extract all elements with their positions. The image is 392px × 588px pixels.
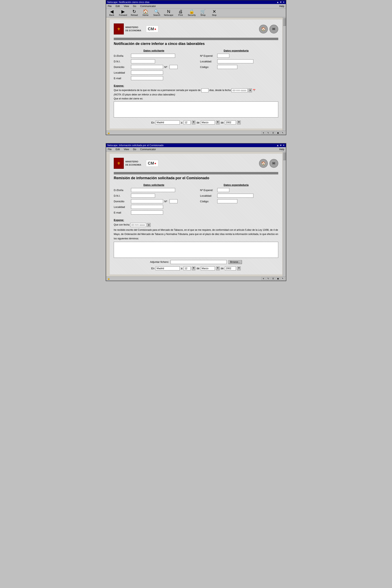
menu-go-2[interactable]: Go (132, 148, 137, 151)
expone-note-1: (NOTA: El plazo debe ser inferior a cinc… (114, 93, 278, 96)
menu-help-1[interactable]: Help (278, 4, 285, 8)
menu-help-2[interactable]: Help (278, 148, 285, 151)
menu-go-1[interactable]: Go (132, 4, 137, 8)
menu-communicator-1[interactable]: Communicator (140, 4, 157, 8)
no-expend-input-1[interactable] (217, 54, 229, 58)
home-header-button-2[interactable]: 🏠 (259, 159, 268, 168)
localidad2-input-1[interactable] (217, 59, 254, 63)
scroll-thumb-2[interactable] (283, 152, 286, 160)
form-title-1: Notificación de cierre inferior a cinco … (114, 42, 278, 46)
form-col-right-1: Nº Expend: Localidad: Código: (200, 54, 278, 82)
scroll-thumb-1[interactable] (283, 18, 286, 26)
date-row-1: En a ▼ de ▼ de ▼ (114, 120, 278, 124)
email-input-1[interactable] (131, 76, 163, 80)
localidad2-input-2[interactable] (217, 194, 254, 198)
ddonya-input-2[interactable] (131, 188, 175, 192)
city-input-2[interactable] (156, 267, 180, 271)
ddonya-row-1: D./Doña (114, 54, 192, 58)
datos-solicitante-header-1: Datos solicitante (144, 49, 164, 52)
expone-text-2: Que con fecha ▼ he recibido escrito del … (114, 223, 278, 241)
shop-button[interactable]: 🛒 Shop (199, 9, 207, 16)
reload-button[interactable]: ↻ Reload (130, 9, 138, 16)
day-dropdown-2[interactable]: ▼ (192, 267, 196, 271)
no-label-2: Nº (164, 200, 168, 203)
form-grid-1: D./Doña D.N.I. Domicilio Nº Locali (114, 54, 278, 82)
page-content-2: ⚜ MINISTERIODE ECONOMIA CM✦ 🏠 ✉ Remisión… (106, 152, 286, 276)
menu-communicator-2[interactable]: Communicator (140, 148, 157, 151)
motivo-textarea-1[interactable] (114, 101, 278, 117)
menu-view-2[interactable]: View (123, 148, 130, 151)
month-input-2[interactable] (201, 267, 215, 271)
month-dropdown-2[interactable]: ▼ (216, 267, 220, 271)
fecha-input-2[interactable] (130, 223, 146, 227)
forward-button[interactable]: ▶ Forward (119, 9, 127, 16)
day-dropdown-1[interactable]: ▼ (192, 120, 196, 124)
day-input-1[interactable] (184, 120, 190, 124)
year-dropdown-1[interactable]: ▼ (237, 120, 241, 124)
year-input-2[interactable] (225, 267, 236, 271)
month-input-1[interactable] (201, 120, 215, 124)
mail-header-button-1[interactable]: ✉ (270, 25, 278, 33)
print-button[interactable]: 🖨 Print (176, 9, 184, 16)
codigo-input-2[interactable] (217, 199, 237, 203)
city-input-1[interactable] (156, 120, 180, 124)
fecha-dropdown-2[interactable]: ▼ (147, 223, 151, 227)
date-row-2: En a ▼ de ▼ de ▼ (114, 267, 278, 271)
back-button[interactable]: ◀ Back (108, 9, 116, 16)
home-button[interactable]: 🏠 Home (142, 9, 150, 16)
adjuntar-input-2[interactable] (170, 260, 227, 264)
status-bar-2: 🔒 ≋ ↻ ☰ ▣ ✎ (106, 277, 286, 281)
calendar-icon-1[interactable]: 📅 (253, 89, 256, 92)
toolbar-1: ◀ Back ▶ Forward ↻ Reload 🏠 Home 🔍 Searc… (106, 9, 286, 17)
stop-button[interactable]: ✕ Stop (210, 9, 218, 16)
status-icon-a: ≋ (262, 131, 266, 134)
fecha-input-1[interactable] (232, 88, 248, 92)
domicilio-input-1[interactable] (131, 65, 163, 69)
localidad-row-1: Localidad (114, 71, 192, 75)
netscape-label: Netscape (164, 14, 173, 16)
email-input-2[interactable] (131, 211, 163, 215)
domicilio-input-2[interactable] (131, 199, 163, 203)
browse-button-2[interactable]: Browse... (228, 260, 242, 264)
menu-view-1[interactable]: View (123, 4, 130, 8)
scrollbar-1[interactable] (283, 17, 286, 130)
no-input-1[interactable] (170, 65, 178, 69)
no-expend-input-2[interactable] (217, 188, 229, 192)
security-button[interactable]: 🔒 Security (188, 9, 196, 16)
dni-input-1[interactable] (131, 59, 155, 63)
year-dropdown-2[interactable]: ▼ (237, 267, 241, 271)
title-bar-controls-2: ▲ ▼ ✕ (277, 144, 285, 147)
menu-edit-1[interactable]: Edit (115, 4, 120, 8)
form-col-left-2: D./Doña D.N.I. Domicilio Nº Locali (114, 188, 192, 216)
fecha-dropdown-1[interactable]: ▼ (248, 88, 252, 92)
status-icon-d: ▣ (276, 131, 280, 134)
dias-input-1[interactable] (202, 88, 208, 92)
menu-file-1[interactable]: File (107, 4, 112, 8)
dni-input-2[interactable] (131, 194, 155, 198)
menu-file-2[interactable]: File (107, 148, 112, 151)
header-buttons-2: 🏠 ✉ (259, 159, 278, 168)
month-dropdown-1[interactable]: ▼ (216, 120, 220, 124)
menu-edit-2[interactable]: Edit (115, 148, 120, 151)
ddonya-input-1[interactable] (131, 54, 175, 58)
localidad-input-2[interactable] (131, 205, 163, 209)
codigo-input-1[interactable] (217, 65, 237, 69)
day-input-2[interactable] (184, 267, 190, 271)
print-icon: 🖨 (178, 9, 183, 14)
scrollbar-2[interactable] (283, 152, 286, 276)
info-textarea-2[interactable] (114, 242, 278, 258)
form-title-bar-2 (114, 172, 278, 174)
domicilio-row-2: Domicilio Nº (114, 199, 192, 203)
form-title-bar-1 (114, 38, 278, 40)
expone-label-2: Expone: (114, 219, 278, 222)
no-expend-row-2: Nº Expend: (200, 188, 278, 192)
home-header-button-1[interactable]: 🏠 (259, 25, 268, 33)
codigo-label-1: Código: (200, 65, 216, 68)
year-input-1[interactable] (225, 120, 236, 124)
netscape-button[interactable]: N Netscape (164, 9, 173, 16)
localidad-input-1[interactable] (131, 71, 163, 75)
no-input-2[interactable] (170, 199, 178, 203)
search-button[interactable]: 🔍 Search (153, 9, 161, 16)
column-headers-2: Datos solicitante Datos expendeduría (114, 183, 278, 186)
mail-header-button-2[interactable]: ✉ (270, 159, 278, 168)
